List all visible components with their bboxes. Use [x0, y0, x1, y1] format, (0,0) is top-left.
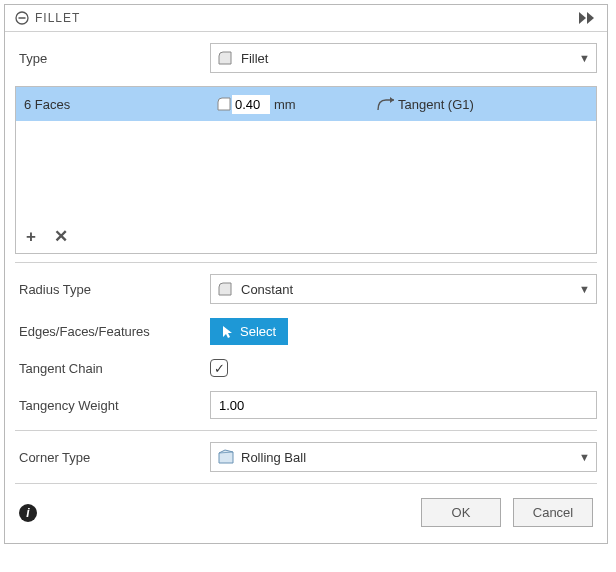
label-type: Type — [15, 51, 210, 66]
dropdown-radius-type[interactable]: Constant ▼ — [210, 274, 597, 304]
listbox-footer: + ✕ — [16, 220, 596, 253]
dialog-body: Type Fillet ▼ 6 Faces — [5, 32, 607, 543]
add-icon[interactable]: + — [22, 227, 40, 247]
row-tangency-weight: Tangency Weight — [15, 384, 597, 426]
svg-marker-4 — [390, 97, 394, 103]
listbox-empty-area[interactable] — [16, 121, 596, 220]
info-icon[interactable]: i — [19, 504, 37, 522]
svg-marker-2 — [579, 12, 586, 24]
select-button[interactable]: Select — [210, 318, 288, 345]
row-radius-type: Radius Type Constant ▼ — [15, 267, 597, 311]
continuity-value: Tangent (G1) — [398, 97, 474, 112]
separator — [15, 430, 597, 431]
titlebar: FILLET — [5, 5, 607, 32]
checkbox-tangent-chain[interactable]: ✓ — [210, 359, 228, 377]
button-row: i OK Cancel — [15, 488, 597, 533]
fast-forward-icon[interactable] — [579, 12, 597, 24]
separator — [15, 483, 597, 484]
dropdown-corner-type[interactable]: Rolling Ball ▼ — [210, 442, 597, 472]
row-corner-type: Corner Type Rolling Ball ▼ — [15, 435, 597, 479]
tangent-icon — [376, 96, 398, 112]
row-type: Type Fillet ▼ — [15, 36, 597, 80]
row-tangent-chain: Tangent Chain ✓ — [15, 352, 597, 384]
input-tangency-weight[interactable] — [210, 391, 597, 419]
radius-input[interactable] — [232, 95, 270, 114]
dialog-title: FILLET — [35, 11, 579, 25]
rolling-ball-icon — [217, 449, 235, 465]
dropdown-radius-type-value: Constant — [241, 282, 293, 297]
label-tangency-weight: Tangency Weight — [15, 398, 210, 413]
selection-listbox: 6 Faces mm Tangent (G1) + — [15, 86, 597, 254]
select-button-label: Select — [240, 324, 276, 339]
delete-icon[interactable]: ✕ — [52, 226, 70, 247]
fillet-dialog: FILLET Type Fillet ▼ 6 Faces — [4, 4, 608, 544]
chevron-down-icon: ▼ — [579, 283, 590, 295]
label-corner-type: Corner Type — [15, 450, 210, 465]
chevron-down-icon: ▼ — [579, 451, 590, 463]
chevron-down-icon: ▼ — [579, 52, 590, 64]
dropdown-type-value: Fillet — [241, 51, 268, 66]
row-edges: Edges/Faces/Features Select — [15, 311, 597, 352]
svg-marker-5 — [223, 326, 232, 338]
selection-faces: 6 Faces — [16, 97, 216, 112]
label-radius-type: Radius Type — [15, 282, 210, 297]
svg-marker-3 — [587, 12, 594, 24]
ok-button[interactable]: OK — [421, 498, 501, 527]
collapse-icon[interactable] — [15, 11, 29, 25]
dropdown-type[interactable]: Fillet ▼ — [210, 43, 597, 73]
label-tangent-chain: Tangent Chain — [15, 361, 210, 376]
dropdown-corner-type-value: Rolling Ball — [241, 450, 306, 465]
selection-row[interactable]: 6 Faces mm Tangent (G1) — [16, 87, 596, 121]
radius-icon — [216, 96, 232, 112]
fillet-icon — [217, 50, 235, 66]
cursor-icon — [222, 325, 234, 339]
radius-unit: mm — [274, 97, 296, 112]
cancel-button[interactable]: Cancel — [513, 498, 593, 527]
label-edges: Edges/Faces/Features — [15, 324, 210, 339]
separator — [15, 262, 597, 263]
constant-icon — [217, 281, 235, 297]
